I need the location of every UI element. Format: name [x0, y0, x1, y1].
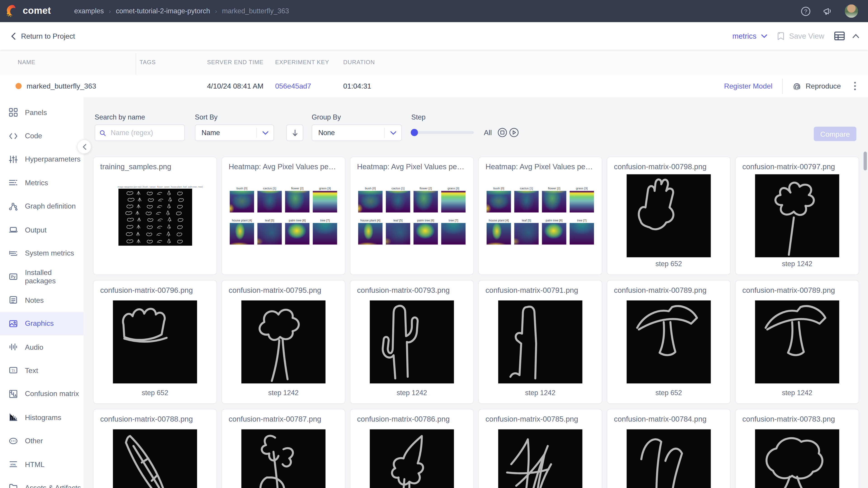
gallery-card[interactable]: confusion-matrix-00784.png: [607, 409, 731, 488]
heatmap-tile-label: tree [7]: [313, 219, 337, 222]
gallery-card[interactable]: training_samples.png Image categories (p…: [93, 157, 217, 275]
sidebar-item-notes[interactable]: Notes: [0, 288, 84, 312]
heatmap-tile-label: flower [2]: [542, 186, 566, 190]
sidebar-item-hyperparameters[interactable]: Hyperparameters: [0, 148, 84, 171]
card-image[interactable]: [736, 423, 859, 488]
step-frame-button[interactable]: [498, 128, 507, 137]
view-select[interactable]: metrics: [733, 32, 768, 40]
sidebar-item-confusion-matrix[interactable]: Confusion matrix: [0, 382, 84, 405]
card-image[interactable]: [608, 171, 730, 260]
sidebar-item-graphics[interactable]: Graphics: [0, 312, 84, 335]
group-label: Group By: [312, 113, 341, 121]
step-play-button[interactable]: [509, 128, 519, 137]
row-menu-button[interactable]: [851, 80, 859, 92]
panels-icon: [9, 108, 18, 117]
card-image[interactable]: bush [0]cactus [1]flower [2]grass [3]hou…: [222, 171, 345, 260]
breadcrumb-workspace[interactable]: examples: [74, 7, 104, 15]
card-image[interactable]: [736, 171, 859, 260]
table-view-icon[interactable]: [834, 32, 845, 40]
gallery-card[interactable]: Heatmap: Avg Pixel Values per ... bush […: [350, 157, 474, 275]
card-image[interactable]: [222, 423, 345, 488]
output-icon: [9, 225, 18, 234]
collapse-header-icon[interactable]: [852, 34, 859, 38]
gallery-card[interactable]: Heatmap: Avg Pixel Values per ... bush […: [221, 157, 346, 275]
card-image[interactable]: [736, 294, 859, 389]
gallery-card[interactable]: confusion-matrix-00789.png step 1242: [735, 280, 859, 404]
gallery-card[interactable]: confusion-matrix-00788.png: [93, 409, 217, 488]
register-model-button[interactable]: Register Model: [724, 82, 772, 90]
sidebar-item-text[interactable]: Tt Text: [0, 359, 84, 382]
sidebar-item-histograms[interactable]: Histograms: [0, 405, 84, 429]
sidebar-item-output[interactable]: Output: [0, 218, 84, 241]
graph-icon: [9, 202, 18, 210]
announcements-icon[interactable]: [823, 6, 833, 16]
sidebar-item-installed-packages[interactable]: Py Installed packages: [0, 265, 84, 288]
card-image[interactable]: Image categories (per row): ['bush', 'ca…: [94, 171, 217, 260]
sort-select[interactable]: Name: [195, 125, 274, 141]
user-avatar[interactable]: [845, 4, 858, 18]
sidebar-item-graph-definition[interactable]: Graph definition: [0, 195, 84, 218]
training-samples-image: [118, 188, 192, 246]
card-caption: step 652: [608, 389, 730, 403]
gallery-card[interactable]: confusion-matrix-00796.png step 652: [93, 280, 217, 404]
card-image[interactable]: [608, 423, 730, 488]
heatmap-tile: flower [2]: [542, 186, 566, 213]
sidebar-item-metrics[interactable]: Metrics: [0, 171, 84, 195]
sidebar-item-panels[interactable]: Panels: [0, 101, 84, 124]
heatmap-tile: bush [0]: [487, 186, 511, 213]
sidebar-collapse-button[interactable]: [77, 139, 91, 154]
sidebar-item-other[interactable]: Other: [0, 429, 84, 453]
sidebar-item-system-metrics[interactable]: System metrics: [0, 241, 84, 265]
card-image[interactable]: [608, 294, 730, 389]
card-image[interactable]: [94, 423, 217, 488]
heatmap-tile: flower [2]: [285, 186, 309, 213]
breadcrumb-project[interactable]: comet-tutorial-2-image-pytorch: [116, 7, 210, 15]
card-image[interactable]: [222, 294, 345, 389]
save-view-button[interactable]: Save View: [777, 32, 824, 40]
card-image[interactable]: bush [0]cactus [1]flower [2]grass [3]hou…: [479, 171, 602, 260]
help-icon[interactable]: ?: [801, 6, 811, 16]
card-image[interactable]: [350, 423, 473, 488]
reproduce-button[interactable]: Reproduce: [793, 82, 841, 90]
gallery-card[interactable]: confusion-matrix-00791.png step 1242: [478, 280, 602, 404]
comet-logo[interactable]: comet: [5, 4, 51, 18]
gallery-card[interactable]: confusion-matrix-00793.png step 1242: [350, 280, 474, 404]
gallery-card[interactable]: confusion-matrix-00787.png: [221, 409, 346, 488]
card-image[interactable]: [479, 423, 602, 488]
gallery-card[interactable]: confusion-matrix-00798.png step 652: [607, 157, 731, 275]
heatmap-tile: bush [0]: [230, 186, 254, 213]
gallery-card[interactable]: confusion-matrix-00795.png step 1242: [221, 280, 346, 404]
heatmap-tile-image: [386, 223, 410, 245]
heatmap-tile-image: [514, 223, 539, 245]
heatmap-tile-label: tree [7]: [441, 219, 466, 222]
confusion-matrix-icon: [9, 390, 18, 398]
card-image[interactable]: [479, 294, 602, 389]
search-input[interactable]: [110, 128, 180, 137]
gallery-card[interactable]: confusion-matrix-00783.png: [735, 409, 859, 488]
heatmap-tile-image: [487, 223, 511, 245]
card-caption: step 652: [94, 389, 217, 403]
gallery-card[interactable]: confusion-matrix-00789.png step 652: [607, 280, 731, 404]
sidebar-item-assets-artifacts[interactable]: Assets & Artifacts: [0, 476, 84, 488]
gallery-card[interactable]: confusion-matrix-00785.png: [478, 409, 602, 488]
card-image[interactable]: [94, 294, 217, 389]
experiment-key-link[interactable]: 056e45ad7: [275, 82, 311, 90]
gallery-card[interactable]: confusion-matrix-00786.png: [350, 409, 474, 488]
gallery-card[interactable]: confusion-matrix-00797.png step 1242: [735, 157, 859, 275]
sidebar-item-code[interactable]: Code: [0, 124, 84, 148]
sidebar-item-html[interactable]: HTML HTML: [0, 453, 84, 476]
sidebar-item-label: Graph definition: [25, 202, 76, 210]
card-image[interactable]: [350, 294, 473, 389]
card-image[interactable]: bush [0]cactus [1]flower [2]grass [3]hou…: [350, 171, 473, 260]
step-slider-thumb[interactable]: [411, 129, 418, 136]
scrollbar-thumb[interactable]: [864, 152, 867, 170]
compare-button[interactable]: Compare: [814, 127, 857, 141]
gallery-card[interactable]: Heatmap: Avg Pixel Values per ... bush […: [478, 157, 602, 275]
step-slider[interactable]: [411, 131, 474, 134]
sidebar-item-audio[interactable]: Audio: [0, 335, 84, 359]
column-tags: TAGS: [140, 59, 156, 65]
sort-direction-button[interactable]: [286, 125, 303, 141]
card-title: confusion-matrix-00788.png: [94, 410, 217, 423]
return-to-project-button[interactable]: Return to Project: [11, 32, 75, 40]
group-select[interactable]: None: [312, 125, 402, 141]
